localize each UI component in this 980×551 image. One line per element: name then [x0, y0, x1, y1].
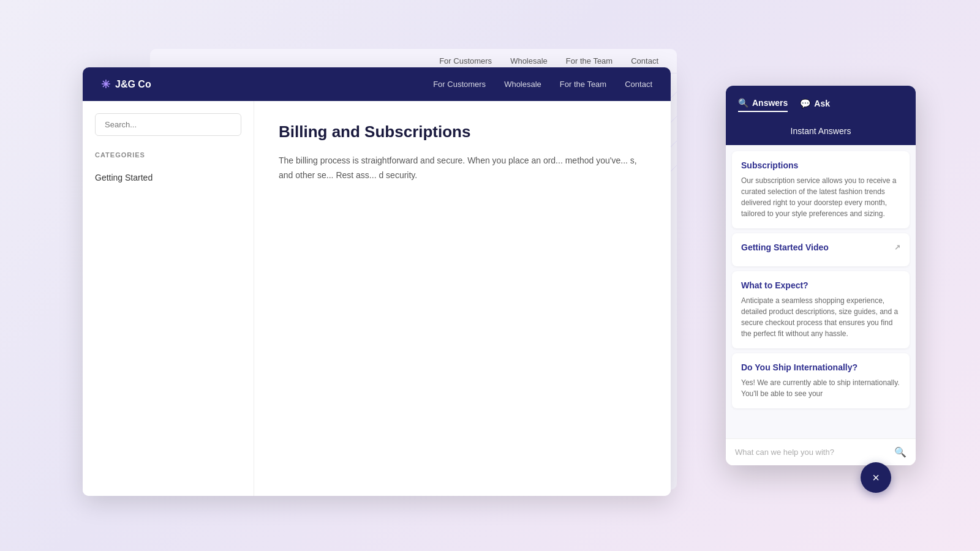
- chat-tab-answers[interactable]: 🔍 Answers: [738, 95, 788, 112]
- answers-icon: 🔍: [738, 98, 748, 108]
- ask-tab-label: Ask: [814, 99, 830, 108]
- nav-for-customers[interactable]: For Customers: [433, 80, 486, 89]
- main-help-window: ✳ J&G Co For Customers Wholesale For the…: [83, 67, 671, 496]
- chat-subtitle: Instant Answers: [726, 121, 916, 145]
- result-expect-body: Anticipate a seamless shopping experienc…: [741, 295, 900, 339]
- bg-nav-contact[interactable]: Contact: [631, 56, 658, 66]
- bg-nav-for-customers[interactable]: For Customers: [439, 56, 492, 66]
- logo: ✳ J&G Co: [101, 78, 433, 91]
- chat-tab-ask[interactable]: 💬 Ask: [800, 95, 830, 112]
- chat-results-list: Subscriptions Our subscription service a…: [726, 145, 916, 438]
- article-body: The billing process is straightforward a…: [279, 154, 646, 183]
- result-subscriptions-body: Our subscription service allows you to r…: [741, 175, 900, 219]
- main-navbar: ✳ J&G Co For Customers Wholesale For the…: [83, 67, 671, 101]
- main-content-area: CATEGORIES Getting Started Billing and S…: [83, 101, 671, 496]
- chat-search-icon[interactable]: 🔍: [894, 446, 907, 458]
- logo-icon: ✳: [101, 78, 110, 91]
- ask-icon: 💬: [800, 99, 810, 108]
- chat-header: 🔍 Answers 💬 Ask: [726, 86, 916, 121]
- nav-contact[interactable]: Contact: [625, 80, 652, 89]
- sidebar-search-input[interactable]: [95, 113, 241, 136]
- result-card-international-shipping[interactable]: Do You Ship Internationally? Yes! We are…: [732, 353, 910, 408]
- chat-panel: 🔍 Answers 💬 Ask Instant Answers Subscrip…: [726, 86, 916, 465]
- logo-text: J&G Co: [115, 79, 151, 90]
- article-title: Billing and Subscriptions: [279, 122, 646, 141]
- result-card-what-to-expect[interactable]: What to Expect? Anticipate a seamless sh…: [732, 271, 910, 348]
- result-subscriptions-title: Subscriptions: [741, 160, 900, 170]
- answers-tab-label: Answers: [752, 98, 788, 108]
- sidebar: CATEGORIES Getting Started: [83, 101, 254, 496]
- article-content: Billing and Subscriptions The billing pr…: [254, 101, 671, 496]
- external-link-icon: ↗: [894, 243, 900, 252]
- result-shipping-title: Do You Ship Internationally?: [741, 362, 900, 372]
- bg-nav-wholesale[interactable]: Wholesale: [510, 56, 548, 66]
- result-video-title: Getting Started Video ↗: [741, 242, 900, 252]
- result-shipping-body: Yes! We are currently able to ship inter…: [741, 377, 900, 399]
- categories-label: CATEGORIES: [95, 151, 241, 159]
- nav-wholesale[interactable]: Wholesale: [504, 80, 541, 89]
- sidebar-item-getting-started[interactable]: Getting Started: [95, 168, 241, 187]
- chat-input-area: 🔍: [726, 438, 916, 465]
- result-expect-title: What to Expect?: [741, 280, 900, 290]
- chat-search-input[interactable]: [735, 448, 894, 457]
- nav-for-team[interactable]: For the Team: [560, 80, 606, 89]
- chat-close-button[interactable]: ×: [861, 462, 891, 493]
- bg-nav-for-team[interactable]: For the Team: [566, 56, 612, 66]
- result-card-getting-started-video[interactable]: Getting Started Video ↗: [732, 233, 910, 266]
- nav-links: For Customers Wholesale For the Team Con…: [433, 80, 652, 89]
- result-card-subscriptions[interactable]: Subscriptions Our subscription service a…: [732, 151, 910, 228]
